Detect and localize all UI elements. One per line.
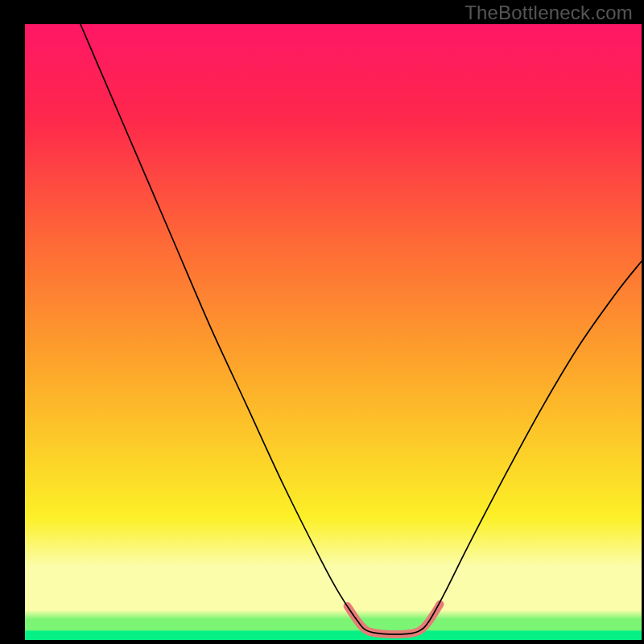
u-bottom-highlight <box>348 605 440 634</box>
curve-layer <box>25 24 642 640</box>
bottleneck-curve <box>80 24 642 634</box>
chart-frame: TheBottleneck.com <box>0 0 644 644</box>
plot-area <box>25 24 642 640</box>
watermark-text: TheBottleneck.com <box>464 2 633 24</box>
